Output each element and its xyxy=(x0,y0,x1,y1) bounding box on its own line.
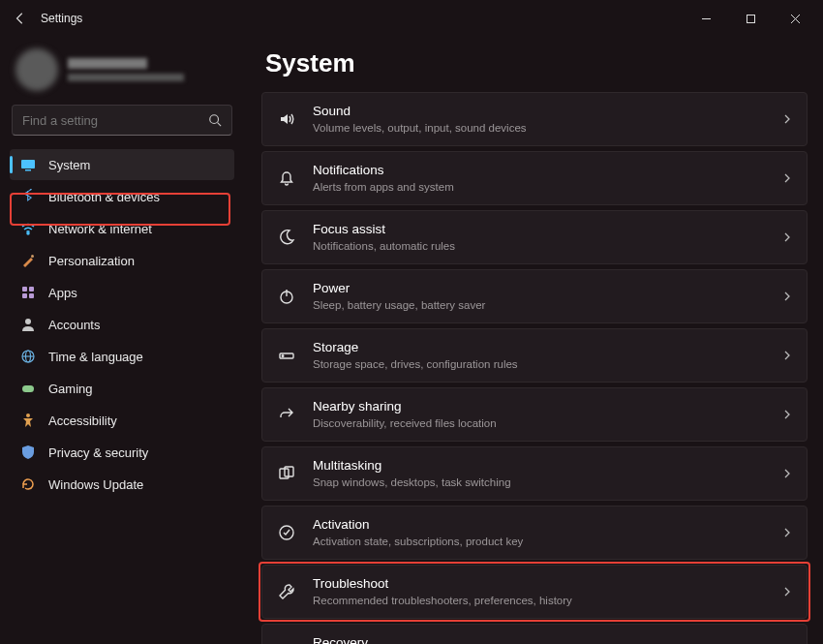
nav-item-label: Time & language xyxy=(48,350,143,364)
sound-icon xyxy=(274,109,299,129)
gaming-icon xyxy=(19,381,37,396)
card-subtitle: Snap windows, desktops, task switching xyxy=(313,475,768,490)
nav-item-apps[interactable]: Apps xyxy=(10,277,234,308)
check-icon xyxy=(274,523,299,542)
shield-icon xyxy=(19,445,37,460)
nav-item-label: Windows Update xyxy=(48,477,143,492)
chevron-right-icon xyxy=(781,586,793,598)
svg-point-17 xyxy=(26,414,30,417)
card-troubleshoot[interactable]: TroubleshootRecommended troubleshooters,… xyxy=(261,565,808,619)
window-title: Settings xyxy=(41,12,82,25)
nav-item-label: Gaming xyxy=(48,382,93,396)
chevron-right-icon xyxy=(781,350,793,361)
chevron-right-icon xyxy=(781,172,793,184)
user-email-redacted xyxy=(68,74,184,81)
nav-item-network-internet[interactable]: Network & internet xyxy=(10,213,234,244)
card-title: Multitasking xyxy=(313,457,768,475)
search-input[interactable] xyxy=(22,113,208,128)
card-title: Storage xyxy=(313,339,768,356)
nav-item-bluetooth-devices[interactable]: Bluetooth & devices xyxy=(10,181,234,212)
window-controls xyxy=(684,4,817,33)
nav-item-label: System xyxy=(48,158,90,172)
svg-line-3 xyxy=(218,123,222,127)
card-multitasking[interactable]: MultitaskingSnap windows, desktops, task… xyxy=(261,446,808,501)
nav-item-label: Network & internet xyxy=(48,222,152,236)
card-subtitle: Alerts from apps and system xyxy=(313,180,768,195)
grid-icon xyxy=(19,285,37,300)
maximize-button[interactable] xyxy=(728,4,773,33)
card-subtitle: Recommended troubleshooters, preferences… xyxy=(313,594,768,608)
card-title: Power xyxy=(313,280,768,297)
nav-item-label: Personalization xyxy=(48,254,135,268)
card-power[interactable]: PowerSleep, battery usage, battery saver xyxy=(261,269,808,323)
card-title: Notifications xyxy=(313,162,768,179)
svg-rect-4 xyxy=(21,160,35,169)
nav-item-privacy-security[interactable]: Privacy & security xyxy=(10,437,234,468)
nav-item-accessibility[interactable]: Accessibility xyxy=(10,405,234,436)
nav-item-personalization[interactable]: Personalization xyxy=(10,245,234,276)
svg-point-21 xyxy=(282,355,284,357)
card-title: Recovery xyxy=(313,634,768,644)
titlebar: Settings xyxy=(0,0,823,37)
display-icon xyxy=(19,157,37,172)
wifi-icon xyxy=(19,221,37,236)
back-button[interactable] xyxy=(14,12,27,25)
nav-item-system[interactable]: System xyxy=(10,149,234,180)
card-sound[interactable]: SoundVolume levels, output, input, sound… xyxy=(261,92,808,146)
card-subtitle: Storage space, drives, configuration rul… xyxy=(313,357,768,372)
card-activation[interactable]: ActivationActivation state, subscription… xyxy=(261,506,808,560)
share-icon xyxy=(274,405,299,424)
chevron-right-icon xyxy=(781,527,793,538)
power-icon xyxy=(274,287,299,306)
sidebar: SystemBluetooth & devicesNetwork & inter… xyxy=(0,37,244,644)
svg-rect-8 xyxy=(22,287,27,291)
card-title: Activation xyxy=(313,516,768,534)
update-icon xyxy=(19,476,37,492)
nav-item-accounts[interactable]: Accounts xyxy=(10,309,234,340)
nav-list: SystemBluetooth & devicesNetwork & inter… xyxy=(10,149,234,500)
nav-item-label: Apps xyxy=(48,286,77,300)
globe-icon xyxy=(19,349,37,364)
minimize-button[interactable] xyxy=(684,4,728,33)
page-title: System xyxy=(265,48,808,78)
nav-item-gaming[interactable]: Gaming xyxy=(10,373,234,404)
card-recovery[interactable]: RecoveryReset, advanced startup, go back xyxy=(261,624,808,644)
avatar xyxy=(15,48,58,91)
card-title: Troubleshoot xyxy=(313,575,768,593)
svg-rect-1 xyxy=(747,15,754,22)
moon-icon xyxy=(274,228,299,247)
svg-point-12 xyxy=(25,319,31,324)
bluetooth-icon xyxy=(19,189,37,204)
close-button[interactable] xyxy=(773,4,817,33)
card-title: Focus assist xyxy=(313,221,768,238)
card-subtitle: Volume levels, output, input, sound devi… xyxy=(313,121,768,136)
chevron-right-icon xyxy=(781,409,793,420)
card-focus-assist[interactable]: Focus assistNotifications, automatic rul… xyxy=(261,210,808,264)
brush-icon xyxy=(19,253,37,268)
card-storage[interactable]: StorageStorage space, drives, configurat… xyxy=(261,328,808,383)
user-block[interactable] xyxy=(10,45,234,105)
card-subtitle: Discoverability, received files location xyxy=(313,416,768,431)
card-subtitle: Notifications, automatic rules xyxy=(313,239,768,254)
storage-icon xyxy=(274,346,299,365)
card-nearby-sharing[interactable]: Nearby sharingDiscoverability, received … xyxy=(261,387,808,442)
card-subtitle: Sleep, battery usage, battery saver xyxy=(313,298,768,313)
chevron-right-icon xyxy=(781,113,793,125)
settings-card-list: SoundVolume levels, output, input, sound… xyxy=(261,92,808,644)
card-title: Nearby sharing xyxy=(313,398,768,415)
multitask-icon xyxy=(274,464,299,483)
search-box[interactable] xyxy=(12,105,232,136)
user-name-redacted xyxy=(68,58,147,69)
card-subtitle: Activation state, subscriptions, product… xyxy=(313,535,768,549)
chevron-right-icon xyxy=(781,468,793,479)
main-panel: System SoundVolume levels, output, input… xyxy=(244,37,823,644)
svg-rect-5 xyxy=(25,169,31,171)
nav-item-time-language[interactable]: Time & language xyxy=(10,341,234,372)
nav-item-label: Accounts xyxy=(48,318,100,332)
nav-item-label: Privacy & security xyxy=(48,445,148,460)
svg-point-7 xyxy=(31,255,34,258)
card-notifications[interactable]: NotificationsAlerts from apps and system xyxy=(261,151,808,205)
search-icon xyxy=(208,113,222,127)
nav-item-windows-update[interactable]: Windows Update xyxy=(10,469,234,500)
svg-rect-9 xyxy=(29,287,34,291)
